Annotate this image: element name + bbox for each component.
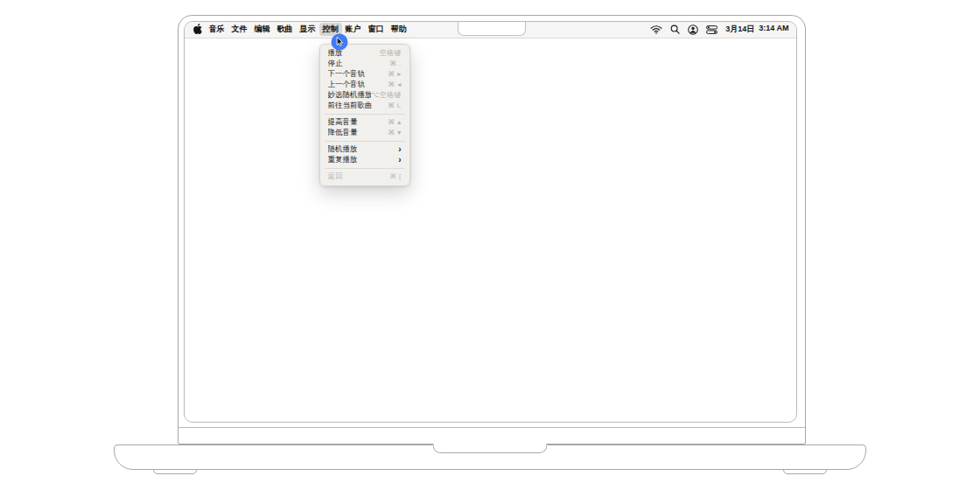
- menu-music[interactable]: 音乐: [206, 23, 228, 36]
- menu-separator: [325, 168, 405, 169]
- menu-help[interactable]: 帮助: [388, 23, 410, 36]
- search-icon[interactable]: [670, 24, 680, 34]
- date-label: 3月14日: [725, 24, 754, 35]
- menu-item-back: 返回 ⌘ [: [320, 172, 410, 182]
- menu-view[interactable]: 显示: [297, 23, 319, 36]
- menu-bar-status: 3月14日 3:14 AM: [650, 24, 788, 35]
- lid-scoop: [433, 444, 548, 453]
- menu-separator: [325, 114, 405, 115]
- menu-item-next-track[interactable]: 下一个音轨 ⌘ ▸: [320, 69, 410, 80]
- menu-item-volume-up[interactable]: 提高音量 ⌘ ▴: [320, 117, 410, 128]
- time-label: 3:14 AM: [759, 24, 788, 35]
- apple-menu[interactable]: [190, 23, 206, 36]
- menu-item-stop[interactable]: 停止 ⌘ .: [320, 59, 410, 69]
- menu-song[interactable]: 歌曲: [274, 23, 297, 36]
- control-center-icon[interactable]: [706, 25, 718, 34]
- display-notch: [458, 22, 526, 36]
- control-menu-dropdown: 播放 空格键 停止 ⌘ . 下一个音轨 ⌘ ▸ 上一个音轨 ⌘ ◂ 妙选随机播放: [319, 44, 410, 186]
- submenu-chevron-icon: ›: [398, 156, 401, 164]
- wifi-icon[interactable]: [650, 24, 662, 34]
- menu-separator: [325, 141, 405, 142]
- hinge-divider: [178, 427, 805, 428]
- apple-logo-icon: [193, 24, 202, 36]
- menu-bar-clock[interactable]: 3月14日 3:14 AM: [725, 24, 788, 35]
- laptop-display: 音乐 文件 编辑 歌曲 显示 控制 账户 窗口 帮助: [184, 21, 797, 423]
- menu-file[interactable]: 文件: [228, 23, 251, 36]
- desktop-background: 音乐 文件 编辑 歌曲 显示 控制 账户 窗口 帮助: [0, 0, 980, 490]
- menu-item-genius-shuffle[interactable]: 妙选随机播放 ⌥空格键: [320, 90, 410, 101]
- user-icon[interactable]: [688, 24, 698, 35]
- pointer-cursor-icon: [331, 33, 348, 51]
- menu-bar-left: 音乐 文件 编辑 歌曲 显示 控制 账户 窗口 帮助: [190, 22, 410, 38]
- menu-item-previous-track[interactable]: 上一个音轨 ⌘ ◂: [320, 80, 410, 90]
- menu-window[interactable]: 窗口: [365, 23, 388, 36]
- laptop-screen-frame: 音乐 文件 编辑 歌曲 显示 控制 账户 窗口 帮助: [178, 15, 806, 444]
- laptop-base: [114, 444, 866, 470]
- menu-item-go-to-current-song[interactable]: 前往当前歌曲 ⌘ L: [320, 101, 410, 111]
- menu-edit[interactable]: 编辑: [251, 23, 274, 36]
- menu-item-volume-down[interactable]: 降低音量 ⌘ ▾: [320, 128, 410, 138]
- submenu-chevron-icon: ›: [398, 145, 401, 154]
- menu-item-repeat[interactable]: 重复播放 ›: [320, 155, 410, 165]
- menu-item-shuffle[interactable]: 随机播放 ›: [320, 144, 410, 155]
